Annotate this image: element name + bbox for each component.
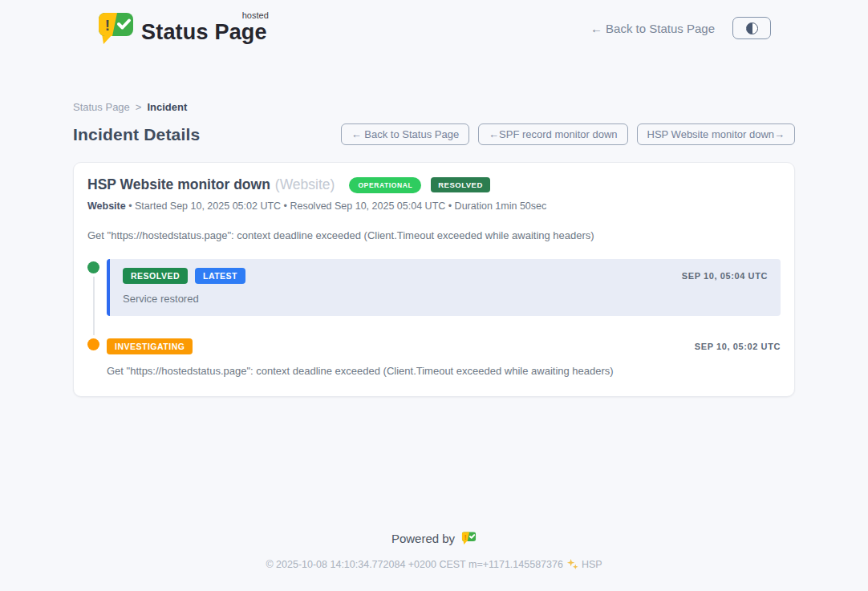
incident-nav-buttons: ← Back to Status Page ←SPF record monito… (341, 123, 795, 145)
copyright-line: © 2025-10-08 14:10:34.772084 +0200 CEST … (0, 558, 868, 570)
timeline-entry-header: RESOLVED LATEST SEP 10, 05:04 UTC (123, 268, 768, 284)
timeline-entry-header: INVESTIGATING SEP 10, 05:02 UTC (107, 338, 781, 354)
incident-meta-service: Website (87, 200, 126, 212)
resolved-badge: RESOLVED (123, 268, 188, 284)
next-incident-button[interactable]: HSP Website monitor down→ (637, 123, 795, 145)
timeline-entry-investigating: INVESTIGATING SEP 10, 05:02 UTC Get "htt… (87, 338, 781, 377)
timeline-timestamp: SEP 10, 05:02 UTC (695, 342, 781, 351)
timeline-dot-orange (87, 338, 99, 350)
theme-toggle-button[interactable] (732, 17, 771, 39)
incident-description: Get "https://hostedstatus.page": context… (87, 229, 781, 241)
incident-title-row: HSP Website monitor down (Website) OPERA… (87, 176, 781, 193)
copyright-text: © 2025-10-08 14:10:34.772084 +0200 CEST … (266, 559, 563, 570)
brand-logo[interactable]: ! hosted Status Page (97, 11, 270, 45)
powered-by-label: Powered by (391, 532, 455, 545)
timeline-message: Get "https://hostedstatus.page": context… (107, 365, 781, 377)
incident-meta-details: • Started Sep 10, 2025 05:02 UTC • Resol… (128, 200, 546, 212)
timeline-highlight-box: RESOLVED LATEST SEP 10, 05:04 UTC Servic… (107, 259, 781, 316)
incident-title: HSP Website monitor down (87, 176, 270, 193)
timeline-dot-green (87, 261, 99, 273)
breadcrumb: Status Page > Incident (73, 101, 795, 113)
status-page-logo-icon-small: ! (461, 531, 477, 545)
copyright-suffix: HSP (582, 559, 602, 570)
back-to-status-page-button[interactable]: ← Back to Status Page (341, 123, 469, 145)
brand-superscript: hosted (242, 10, 269, 20)
half-circle-icon (746, 22, 758, 34)
site-footer: Powered by ! © 2025-10-08 14:10:34.77208… (0, 531, 868, 591)
breadcrumb-status-page[interactable]: Status Page (73, 101, 130, 113)
main-content: Status Page > Incident Incident Details … (73, 45, 795, 397)
timeline-entry-resolved: RESOLVED LATEST SEP 10, 05:04 UTC Servic… (87, 259, 781, 316)
investigating-badge: INVESTIGATING (107, 338, 193, 354)
incident-timeline: RESOLVED LATEST SEP 10, 05:04 UTC Servic… (87, 259, 781, 377)
title-row: Incident Details ← Back to Status Page ←… (73, 123, 795, 145)
brand-name: Status Page (141, 20, 267, 44)
incident-meta: Website • Started Sep 10, 2025 05:02 UTC… (87, 200, 781, 212)
timeline-message: Service restored (123, 293, 768, 305)
header-actions: ← Back to Status Page (590, 17, 771, 39)
resolved-status-badge: RESOLVED (431, 177, 490, 192)
breadcrumb-incident: Incident (147, 101, 187, 113)
site-header: ! hosted Status Page ← Back to Status Pa… (73, 11, 795, 45)
powered-by[interactable]: Powered by ! (0, 531, 868, 545)
incident-service-name: (Website) (275, 176, 335, 193)
incident-card: HSP Website monitor down (Website) OPERA… (73, 162, 795, 397)
brand-wordmark: hosted Status Page (141, 20, 270, 45)
page-title: Incident Details (73, 125, 200, 144)
back-to-status-page-link[interactable]: ← Back to Status Page (590, 22, 715, 35)
svg-text:!: ! (464, 533, 467, 541)
prev-incident-button[interactable]: ←SPF record monitor down (478, 123, 627, 145)
latest-badge: LATEST (195, 268, 245, 284)
operational-status-badge: OPERATIONAL (349, 177, 421, 193)
breadcrumb-separator: > (136, 101, 142, 113)
exclamation-glyph: ! (105, 17, 110, 34)
sparkles-icon (566, 558, 578, 570)
timeline-timestamp: SEP 10, 05:04 UTC (682, 271, 768, 281)
status-page-logo-icon: ! (97, 11, 135, 45)
